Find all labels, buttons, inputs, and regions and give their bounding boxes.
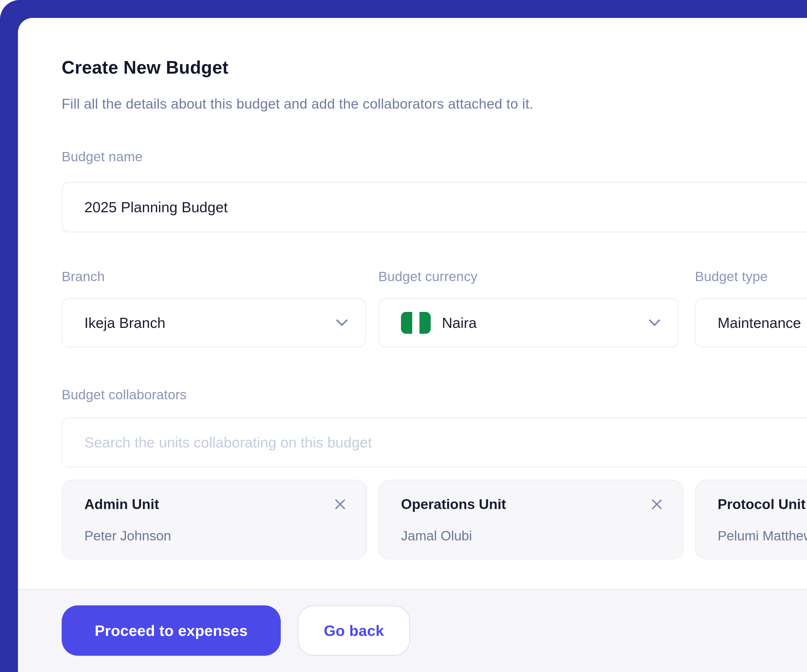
currency-label: Budget currency — [378, 269, 477, 284]
budget-type-select[interactable]: Maintenance — [695, 298, 807, 348]
budget-type-label: Budget type — [695, 269, 768, 284]
branch-select-value: Ikeja Branch — [84, 314, 165, 331]
nigeria-flag-icon — [401, 312, 431, 334]
page-subtitle: Fill all the details about this budget a… — [61, 96, 533, 112]
currency-select[interactable]: Naira — [378, 298, 679, 348]
budget-type-select-value: Maintenance — [717, 314, 801, 331]
create-budget-panel: Create New Budget Fill all the details a… — [18, 18, 807, 672]
collaborator-chip: Operations Unit Jamal Olubi — [378, 480, 684, 559]
page-title: Create New Budget — [61, 57, 228, 78]
currency-select-value: Naira — [442, 314, 477, 331]
chevron-down-icon — [649, 319, 661, 326]
collaborator-chip: Admin Unit Peter Johnson — [61, 480, 367, 559]
budget-name-label: Budget name — [61, 149, 143, 164]
branch-label: Branch — [61, 269, 105, 284]
proceed-to-expenses-button[interactable]: Proceed to expenses — [61, 605, 281, 656]
remove-collaborator-icon[interactable] — [650, 498, 663, 511]
go-back-button[interactable]: Go back — [297, 605, 410, 656]
collaborators-search-input[interactable] — [61, 417, 807, 468]
collaborator-unit: Protocol Unit — [717, 496, 805, 512]
remove-collaborator-icon[interactable] — [334, 498, 347, 511]
budget-name-input[interactable] — [61, 182, 807, 232]
branch-select[interactable]: Ikeja Branch — [61, 298, 366, 348]
collaborator-person: Peter Johnson — [84, 528, 347, 543]
footer-bar: Proceed to expenses Go back — [18, 589, 807, 672]
collaborator-person: Pelumi Matthew — [717, 528, 807, 543]
collaborator-unit: Admin Unit — [84, 496, 159, 512]
collaborator-unit: Operations Unit — [401, 496, 506, 512]
collaborator-person: Jamal Olubi — [401, 528, 663, 543]
collaborators-label: Budget collaborators — [61, 387, 187, 402]
collaborator-chip: Protocol Unit Pelumi Matthew — [695, 480, 807, 559]
chevron-down-icon — [336, 319, 348, 326]
